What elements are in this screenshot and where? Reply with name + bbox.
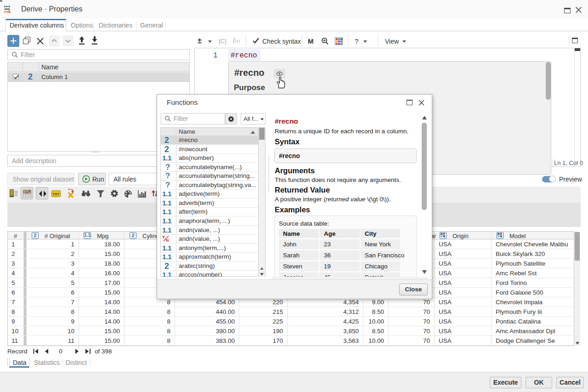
svg-text:TXT: TXT — [53, 192, 60, 196]
svg-text:Y: Y — [162, 235, 165, 239]
svg-text:T: T — [23, 190, 26, 193]
